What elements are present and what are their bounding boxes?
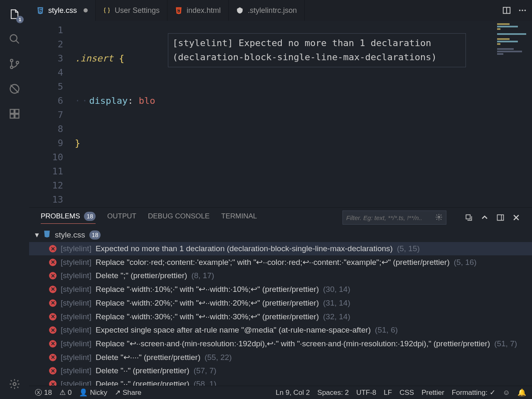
- more-actions-icon[interactable]: [518, 6, 527, 15]
- error-icon: ✕: [49, 313, 57, 321]
- problem-location: (30, 14): [323, 285, 350, 294]
- html-file-icon: [175, 7, 182, 14]
- debug-icon[interactable]: [5, 79, 25, 99]
- tab-label: User Settings: [115, 6, 160, 15]
- source-control-icon[interactable]: [5, 54, 25, 74]
- problem-location: (51, 7): [494, 339, 517, 348]
- status-share[interactable]: ↗ Share: [115, 388, 141, 397]
- explorer-icon[interactable]: 1: [5, 4, 25, 24]
- error-icon: ✕: [49, 245, 57, 252]
- status-cursor-position[interactable]: Ln 9, Col 2: [276, 389, 310, 397]
- problem-item[interactable]: ✕[stylelint]Expected no more than 1 decl…: [29, 242, 532, 255]
- problem-item[interactable]: ✕[stylelint]Delete ";" (prettier/prettie…: [29, 269, 532, 282]
- status-formatter[interactable]: Prettier: [421, 389, 444, 397]
- svg-point-2: [10, 66, 13, 69]
- tab-index-html[interactable]: index.html: [167, 0, 229, 21]
- bell-icon[interactable]: 🔔: [517, 388, 526, 397]
- maximize-panel-icon[interactable]: [496, 213, 505, 222]
- problem-source: [stylelint]: [61, 353, 91, 362]
- problem-location: (51, 6): [375, 326, 398, 335]
- tab-label: index.html: [187, 6, 221, 15]
- problem-message: Delete "↩····" (prettier/prettier): [96, 352, 200, 362]
- search-icon[interactable]: [5, 29, 25, 49]
- problem-item[interactable]: ✕[stylelint]Expected single space after …: [29, 323, 532, 337]
- minimap[interactable]: [495, 21, 532, 207]
- tab-output[interactable]: OUTPUT: [107, 212, 136, 223]
- status-indentation[interactable]: Spaces: 2: [318, 389, 349, 397]
- status-user[interactable]: 👤 Nicky: [79, 388, 107, 397]
- settings-gear-icon[interactable]: [5, 374, 25, 394]
- tab-user-settings[interactable]: User Settings: [96, 0, 167, 21]
- status-eol[interactable]: LF: [384, 389, 392, 397]
- problem-item[interactable]: ✕[stylelint]Delete "↩····" (prettier/pre…: [29, 350, 532, 364]
- svg-rect-16: [498, 215, 504, 220]
- filter-settings-icon[interactable]: [435, 213, 443, 222]
- tab-style-css[interactable]: style.css: [29, 0, 96, 21]
- status-language[interactable]: CSS: [399, 389, 414, 397]
- problem-source: [stylelint]: [61, 339, 91, 348]
- chevron-up-icon[interactable]: [480, 213, 489, 222]
- split-editor-icon[interactable]: [502, 6, 511, 15]
- css-file-icon: [43, 230, 51, 240]
- person-icon: 👤: [79, 388, 88, 397]
- code-editor[interactable]: 1 2 3 4 5 6 7 8 9 10 11 12 13 .insert { …: [29, 21, 532, 207]
- tab-label: style.css: [48, 6, 77, 15]
- problem-item[interactable]: ✕[stylelint]Replace "·width:·20%;·" with…: [29, 296, 532, 310]
- filter-input[interactable]: [346, 214, 435, 221]
- dirty-indicator-icon: [84, 8, 88, 12]
- error-icon: ✕: [49, 380, 57, 386]
- problem-message: Replace "↩··screen·and·(min-resolution:·…: [96, 339, 490, 348]
- extensions-icon[interactable]: [5, 104, 25, 124]
- svg-point-13: [525, 10, 526, 11]
- problem-location: (55, 22): [204, 353, 232, 362]
- error-icon: ✕: [49, 367, 57, 375]
- close-panel-icon[interactable]: [512, 213, 520, 222]
- error-icon: ✕: [49, 354, 57, 361]
- status-warnings[interactable]: ⚠ 0: [59, 388, 71, 397]
- error-icon: ✕: [49, 326, 57, 334]
- problem-message: Replace "·width:·20%;·" with "↩··width:·…: [96, 298, 319, 308]
- file-problems-badge: 18: [89, 230, 101, 240]
- status-errors[interactable]: ⓧ 18: [35, 388, 52, 397]
- main-area: style.css User Settings index.html .styl…: [29, 0, 532, 399]
- status-encoding[interactable]: UTF-8: [356, 389, 376, 397]
- problem-item[interactable]: ✕[stylelint]Replace "·width:·10%;·" with…: [29, 282, 532, 296]
- problem-item[interactable]: ✕[stylelint]Delete "··" (prettier/pretti…: [29, 377, 532, 386]
- svg-rect-8: [15, 114, 19, 118]
- explorer-badge: 1: [16, 16, 24, 23]
- error-icon: ✕: [49, 272, 57, 279]
- error-icon: ⓧ: [35, 388, 42, 397]
- code-content[interactable]: .insert { ··display: blo } .alter::after…: [75, 21, 532, 207]
- problem-item[interactable]: ✕[stylelint]Replace "↩··screen·and·(min-…: [29, 337, 532, 350]
- tab-debug-console[interactable]: DEBUG CONSOLE: [148, 212, 209, 223]
- error-icon: ✕: [49, 286, 57, 293]
- collapse-all-icon[interactable]: [465, 213, 473, 222]
- activity-bar: 1: [0, 0, 29, 399]
- json-file-icon: [103, 7, 111, 14]
- problems-count-badge: 18: [84, 212, 96, 221]
- panel-tabs: PROBLEMS 18 OUTPUT DEBUG CONSOLE TERMINA…: [29, 208, 532, 228]
- tab-stylelintrc[interactable]: .stylelintrc.json: [229, 0, 305, 21]
- feedback-icon[interactable]: ☺: [503, 389, 510, 397]
- problem-location: (57, 7): [194, 366, 217, 375]
- problem-source: [stylelint]: [61, 366, 91, 375]
- tab-terminal[interactable]: TERMINAL: [221, 212, 257, 223]
- problem-message: Delete ";" (prettier/prettier): [96, 271, 187, 280]
- problem-source: [stylelint]: [61, 326, 91, 335]
- problem-message: Expected single space after at-rule name…: [96, 326, 371, 335]
- status-formatting[interactable]: Formatting: ✓: [452, 388, 495, 397]
- problem-file-name: style.css: [55, 230, 85, 240]
- problem-item[interactable]: ✕[stylelint]Replace "color:·red;·content…: [29, 255, 532, 269]
- problem-message: Replace "·width:·30%;·" with "↩··width:·…: [96, 312, 319, 321]
- svg-rect-15: [466, 215, 470, 219]
- problems-filter[interactable]: [342, 211, 446, 225]
- chevron-down-icon: ▾: [35, 230, 39, 240]
- svg-rect-6: [15, 110, 19, 113]
- problem-message: Delete "··" (prettier/prettier): [96, 379, 190, 386]
- tab-problems[interactable]: PROBLEMS 18: [41, 212, 96, 224]
- problem-source: [stylelint]: [61, 271, 91, 280]
- problem-item[interactable]: ✕[stylelint]Replace "·width:·30%;·" with…: [29, 310, 532, 323]
- problem-message: Replace "·width:·10%;·" with "↩··width:·…: [96, 284, 319, 294]
- problem-file-group[interactable]: ▾ style.css 18: [29, 228, 532, 242]
- problem-item[interactable]: ✕[stylelint]Delete "··" (prettier/pretti…: [29, 364, 532, 377]
